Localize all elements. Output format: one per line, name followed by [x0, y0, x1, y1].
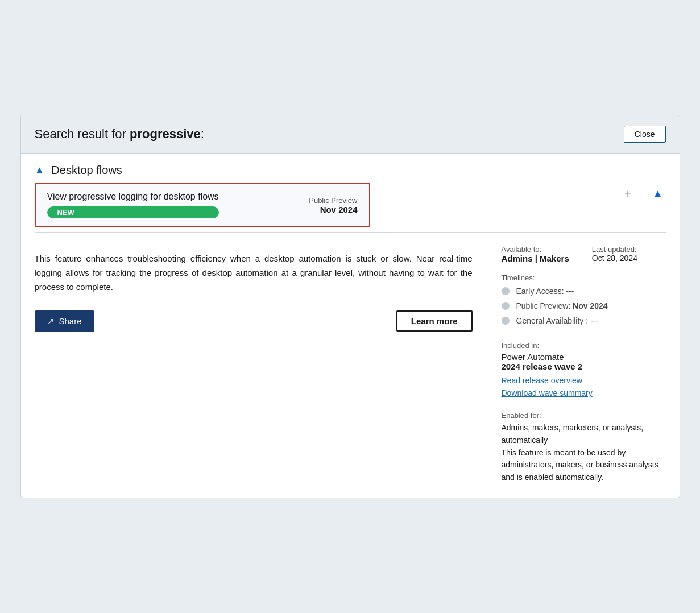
included-label: Included in: — [502, 341, 666, 350]
available-to-label: Available to: — [502, 245, 569, 254]
preview-label: Public Preview — [309, 196, 357, 205]
right-meta: Available to: Admins | Makers Last updat… — [502, 242, 666, 483]
feature-name: View progressive logging for desktop flo… — [47, 192, 219, 202]
panel-header: Search result for progressive: Close — [21, 115, 680, 154]
share-button[interactable]: ↗ Share — [35, 310, 94, 332]
separator — [35, 232, 666, 233]
available-to-value: Admins | Makers — [502, 254, 569, 263]
share-icon: ↗ — [47, 316, 55, 326]
description-text: This feature enhances troubleshooting ef… — [35, 252, 473, 294]
preview-date: Nov 2024 — [309, 205, 357, 214]
feature-card-left: View progressive logging for desktop flo… — [47, 192, 219, 218]
feature-top-row: View progressive logging for desktop flo… — [35, 183, 666, 227]
timeline-early-text: Early Access: --- — [516, 287, 574, 296]
timeline-early-access: Early Access: --- — [502, 287, 666, 296]
read-release-link[interactable]: Read release overview — [502, 376, 666, 385]
last-updated-label: Last updated: — [592, 245, 637, 254]
enabled-label: Enabled for: — [502, 411, 666, 420]
available-row: Available to: Admins | Makers Last updat… — [502, 245, 666, 263]
included-product: Power Automate — [502, 352, 666, 362]
timeline-public-preview: Public Preview: Nov 2024 — [502, 301, 666, 310]
feature-card[interactable]: View progressive logging for desktop flo… — [35, 183, 370, 227]
feature-card-right: Public Preview Nov 2024 — [309, 196, 357, 214]
search-result-panel: Search result for progressive: Close ▲ D… — [20, 115, 680, 498]
download-wave-link[interactable]: Download wave summary — [502, 388, 666, 397]
main-left: This feature enhances troubleshooting ef… — [35, 242, 490, 483]
section-header: ▲ Desktop flows — [21, 154, 680, 183]
search-result-title: Search result for progressive: — [35, 127, 204, 142]
main-row: This feature enhances troubleshooting ef… — [35, 242, 666, 483]
new-badge: NEW — [47, 206, 219, 218]
enabled-section: Enabled for: Admins, makers, marketers, … — [502, 411, 666, 483]
chevron-up-icon[interactable]: ▲ — [35, 164, 45, 176]
close-button[interactable]: Close — [624, 126, 666, 143]
button-row: ↗ Share Learn more — [35, 310, 473, 332]
content-area: View progressive logging for desktop flo… — [21, 183, 680, 497]
enabled-text: Admins, makers, marketers, or analysts, … — [502, 422, 666, 483]
add-icon[interactable]: ＋ — [620, 185, 636, 202]
learn-more-button[interactable]: Learn more — [396, 310, 473, 332]
collapse-icon[interactable]: ▲ — [650, 186, 666, 201]
timelines-label: Timelines: — [502, 274, 666, 282]
timeline-ga-text: General Availability : --- — [516, 316, 598, 325]
timeline-dot-1 — [502, 287, 510, 295]
timeline-dot-2 — [502, 302, 510, 310]
last-updated-value: Oct 28, 2024 — [592, 254, 637, 263]
main-right: Available to: Admins | Makers Last updat… — [490, 242, 666, 483]
timeline-dot-3 — [502, 317, 510, 325]
icon-divider — [643, 186, 643, 202]
included-wave: 2024 release wave 2 — [502, 362, 666, 371]
included-section: Included in: Power Automate 2024 release… — [502, 341, 666, 401]
section-title: Desktop flows — [51, 164, 122, 177]
top-row-icons: ＋ ▲ — [620, 183, 666, 202]
timeline-preview-text: Public Preview: Nov 2024 — [516, 301, 608, 310]
timelines-section: Timelines: Early Access: --- Public Prev… — [502, 274, 666, 331]
timeline-general-availability: General Availability : --- — [502, 316, 666, 325]
